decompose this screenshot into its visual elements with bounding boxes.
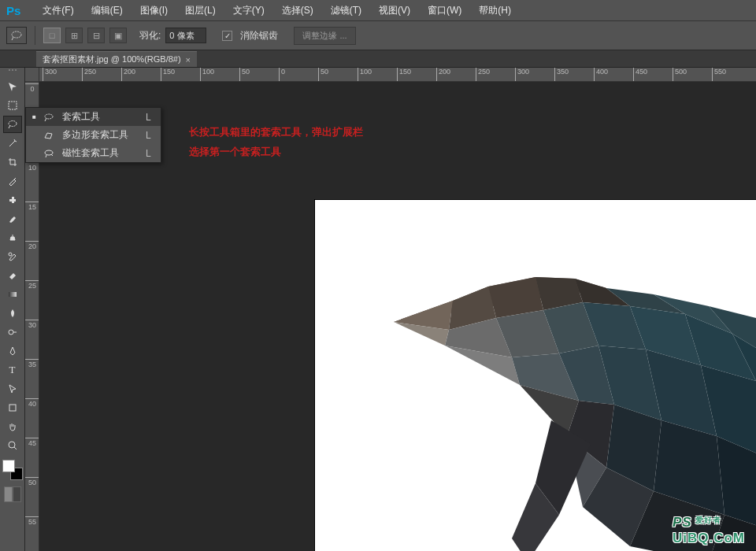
flyout-shortcut: L (146, 148, 151, 159)
feather-label: 羽化: (139, 29, 161, 43)
spot-heal-tool-icon[interactable] (3, 191, 22, 209)
ruler-origin[interactable] (25, 68, 39, 82)
eraser-tool-icon[interactable] (3, 267, 22, 284)
app-logo: Ps (6, 4, 20, 17)
path-select-tool-icon[interactable] (3, 380, 22, 398)
svg-rect-4 (12, 197, 14, 203)
panel-grip[interactable] (2, 69, 24, 74)
menu-bar: Ps 文件(F) 编辑(E) 图像(I) 图层(L) 文字(Y) 选择(S) 滤… (0, 0, 756, 20)
lasso-tool-icon[interactable] (3, 116, 22, 133)
eyedropper-tool-icon[interactable] (3, 172, 22, 190)
selection-subtract-icon[interactable]: ⊟ (87, 28, 105, 43)
flyout-label: 磁性套索工具 (62, 146, 128, 160)
menu-type[interactable]: 文字(Y) (225, 2, 272, 20)
marquee-tool-icon[interactable] (3, 97, 22, 114)
brush-tool-icon[interactable] (3, 210, 22, 227)
flyout-shortcut: L (146, 112, 151, 123)
history-brush-tool-icon[interactable] (3, 248, 22, 265)
crop-tool-icon[interactable] (3, 153, 22, 171)
menu-window[interactable]: 窗口(W) (420, 2, 469, 20)
selection-new-icon[interactable]: □ (43, 28, 61, 43)
menu-file[interactable]: 文件(F) (35, 2, 81, 20)
svg-point-7 (9, 330, 13, 335)
menu-filter[interactable]: 滤镜(T) (323, 2, 369, 20)
lasso-flyout-menu: ■ 套索工具 L 多边形套索工具 L 磁性套索工具 L (25, 107, 161, 163)
menu-edit[interactable]: 编辑(E) (83, 2, 131, 20)
workspace: T 30025020015010050050100150200250300350… (0, 68, 756, 551)
dodge-tool-icon[interactable] (3, 324, 22, 341)
tools-panel: T (0, 68, 25, 551)
menu-view[interactable]: 视图(V) (371, 2, 418, 20)
gradient-tool-icon[interactable] (3, 286, 22, 303)
shape-tool-icon[interactable] (3, 399, 22, 416)
selection-add-icon[interactable]: ⊞ (65, 28, 83, 43)
zoom-tool-icon[interactable] (3, 437, 22, 454)
horizontal-ruler[interactable]: 3002502001501005005010015020025030035040… (39, 68, 756, 82)
flyout-polygonal-lasso-tool[interactable]: 多边形套索工具 L (26, 126, 161, 144)
clone-stamp-tool-icon[interactable] (3, 229, 22, 246)
svg-rect-1 (9, 102, 17, 109)
flyout-lasso-tool[interactable]: ■ 套索工具 L (26, 108, 161, 126)
flyout-label: 套索工具 (62, 110, 128, 124)
current-tool-icon[interactable] (6, 27, 27, 44)
document-title: 套索抠图素材.jpg @ 100%(RGB/8#) (43, 54, 181, 65)
document-tab-strip: 套索抠图素材.jpg @ 100%(RGB/8#) × (0, 50, 756, 68)
svg-rect-6 (9, 292, 17, 297)
color-swatches[interactable] (2, 460, 23, 480)
pen-tool-icon[interactable] (3, 342, 22, 360)
magnetic-lasso-icon (43, 149, 56, 158)
selection-intersect-icon[interactable]: ▣ (109, 28, 127, 43)
lasso-icon (43, 113, 56, 122)
menu-layer[interactable]: 图层(L) (177, 2, 224, 20)
hand-tool-icon[interactable] (3, 418, 22, 435)
menu-select[interactable]: 选择(S) (274, 2, 321, 20)
dolphin-artwork (315, 200, 756, 551)
document-tab[interactable]: 套索抠图素材.jpg @ 100%(RGB/8#) × (36, 51, 197, 67)
refine-edge-button[interactable]: 调整边缘 ... (294, 27, 355, 45)
watermark: PS爱好者 UiBQ.CoM (673, 515, 745, 546)
menu-help[interactable]: 帮助(H) (471, 2, 519, 20)
antialias-label: 消除锯齿 (240, 29, 278, 43)
separator (35, 26, 35, 45)
polygonal-lasso-icon (43, 131, 56, 140)
foreground-color-swatch[interactable] (2, 460, 15, 472)
svg-point-0 (12, 31, 21, 38)
feather-input[interactable] (165, 28, 206, 43)
flyout-magnetic-lasso-tool[interactable]: 磁性套索工具 L (26, 144, 161, 162)
close-tab-icon[interactable]: × (186, 55, 191, 65)
magic-wand-tool-icon[interactable] (3, 135, 22, 152)
selected-bullet-icon: ■ (32, 113, 37, 120)
quickmask-toggle[interactable] (4, 486, 21, 502)
move-tool-icon[interactable] (3, 78, 22, 95)
annotation-line2: 选择第一个套索工具 (189, 145, 281, 159)
svg-rect-8 (9, 405, 16, 411)
svg-point-5 (9, 253, 12, 256)
type-tool-icon[interactable]: T (3, 361, 22, 379)
antialias-checkbox[interactable]: ✓ (222, 31, 232, 41)
svg-point-9 (9, 442, 15, 448)
flyout-shortcut: L (146, 130, 151, 141)
flyout-label: 多边形套索工具 (62, 128, 128, 142)
annotation-line1: 长按工具箱里的套索工具，弹出扩展栏 (189, 125, 363, 139)
options-bar: □ ⊞ ⊟ ▣ 羽化: ✓ 消除锯齿 调整边缘 ... (0, 20, 756, 50)
menu-image[interactable]: 图像(I) (132, 2, 176, 20)
document-canvas[interactable] (315, 200, 756, 551)
blur-tool-icon[interactable] (3, 305, 22, 322)
